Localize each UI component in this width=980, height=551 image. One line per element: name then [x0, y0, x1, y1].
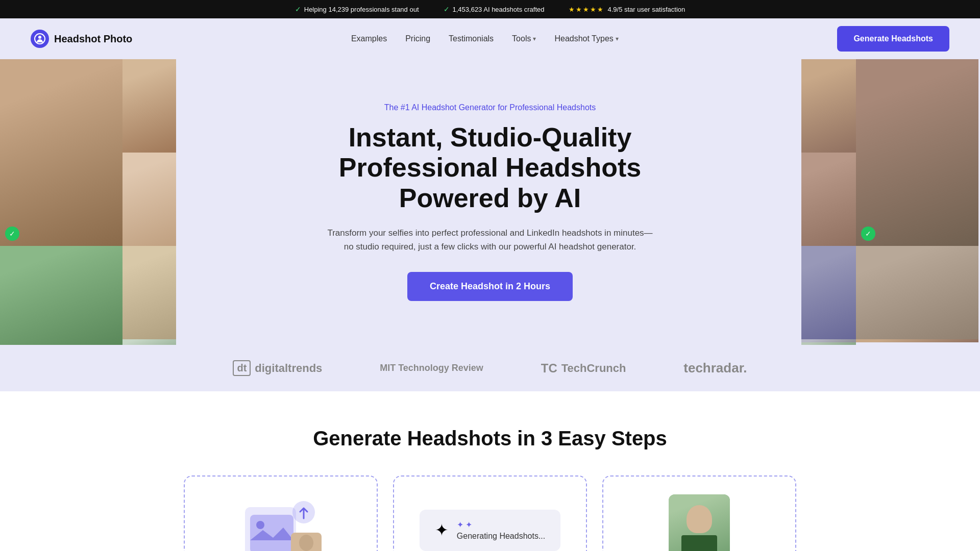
left-image-grid: ✓ [0, 59, 179, 345]
step-2-card: ✦ ✦ ✦ Generating Headshots... [393, 475, 587, 551]
step-1-card [184, 475, 378, 551]
hero-image-small-4 [122, 339, 176, 345]
banner-text-3: 4.9/5 star user satisfaction [607, 6, 685, 13]
hero-image-small-1 [122, 59, 176, 153]
hero-image-main-left: ✓ [0, 59, 122, 246]
step-3-card: ✓ [602, 475, 796, 551]
result-headshot: ✓ [669, 494, 730, 551]
svg-point-1 [38, 36, 41, 39]
generate-headshots-button[interactable]: Generate Headshots [837, 26, 949, 52]
star-rating: ★★★★★ [569, 6, 604, 13]
hero-image-small-r4 [856, 246, 978, 339]
hero-image-small-r6 [856, 339, 978, 342]
banner-item-3: ★★★★★ 4.9/5 star user satisfaction [569, 6, 685, 13]
sparkle-decoration: ✦ ✦ [457, 520, 472, 530]
verified-badge-left: ✓ [5, 227, 19, 241]
top-banner: ✓ Helping 14,239 professionals stand out… [0, 0, 980, 18]
navbar: Headshot Photo Examples Pricing Testimon… [0, 18, 980, 59]
hero-image-small-r2 [801, 153, 856, 246]
nav-tools[interactable]: Tools ▾ [512, 34, 536, 43]
steps-section: Generate Headshots in 3 Easy Steps [0, 391, 980, 551]
chevron-down-icon: ▾ [533, 35, 536, 42]
verified-badge-right: ✓ [861, 227, 875, 241]
digitaltrends-icon: dt [233, 360, 251, 376]
step-1-illustration [200, 492, 361, 551]
steps-grid: ✦ ✦ ✦ Generating Headshots... [184, 475, 796, 551]
nav-links: Examples Pricing Testimonials Tools ▾ He… [351, 34, 619, 43]
logo-techcrunch: TC TechCrunch [541, 361, 626, 375]
svg-point-4 [256, 521, 264, 529]
svg-point-7 [299, 535, 313, 551]
right-image-grid: ✓ [801, 59, 980, 345]
create-headshot-button[interactable]: Create Headshot in 2 Hours [407, 272, 573, 301]
banner-text-1: Helping 14,239 professionals stand out [304, 6, 419, 13]
logo-icon [31, 30, 49, 48]
hero-image-second-left [0, 246, 122, 345]
check-icon-2: ✓ [444, 5, 450, 13]
upload-illustration [235, 492, 327, 551]
logo[interactable]: Headshot Photo [31, 30, 132, 48]
steps-title: Generate Headshots in 3 Easy Steps [31, 427, 949, 450]
logo-text: Headshot Photo [54, 33, 132, 45]
step-2-illustration: ✦ ✦ ✦ Generating Headshots... [409, 492, 571, 551]
nav-pricing[interactable]: Pricing [405, 34, 430, 43]
hero-subtitle: The #1 AI Headshot Generator for Profess… [327, 103, 653, 112]
hero-content: The #1 AI Headshot Generator for Profess… [316, 72, 664, 332]
nav-headshot-types[interactable]: Headshot Types ▾ [554, 34, 618, 43]
sparkles-icon: ✦ [435, 520, 449, 540]
logos-bar: dt digitaltrends MIT Technology Review T… [0, 345, 980, 391]
banner-item-2: ✓ 1,453,623 AI headshots crafted [444, 5, 545, 13]
techcrunch-icon: TC [541, 361, 557, 375]
hero-image-small-2 [122, 153, 176, 246]
nav-testimonials[interactable]: Testimonials [449, 34, 494, 43]
banner-text-2: 1,453,623 AI headshots crafted [453, 6, 545, 13]
hero-image-small-r1 [801, 59, 856, 153]
hero-image-main-right: ✓ [856, 59, 978, 246]
processing-indicator: ✦ ✦ ✦ Generating Headshots... [420, 510, 560, 551]
hero-section: ✓ The #1 AI Headshot Generator for Profe… [0, 59, 980, 345]
nav-examples[interactable]: Examples [351, 34, 387, 43]
banner-item-1: ✓ Helping 14,239 professionals stand out [295, 5, 419, 13]
logo-techradar: techradar. [683, 360, 747, 376]
hero-image-small-3 [122, 246, 176, 339]
chevron-down-icon-2: ▾ [616, 35, 619, 42]
logo-digitaltrends: dt digitaltrends [233, 360, 322, 376]
hero-description: Transform your selfies into perfect prof… [327, 226, 653, 254]
step-3-illustration: ✓ [619, 492, 780, 551]
processing-text: Generating Headshots... [457, 532, 545, 541]
upload-svg [235, 492, 327, 551]
check-icon-1: ✓ [295, 5, 301, 13]
logo-mit-technology-review: MIT Technology Review [380, 362, 483, 374]
hero-title: Instant, Studio-Quality Professional Hea… [327, 122, 653, 214]
hero-image-small-r7 [801, 342, 856, 345]
hero-image-small-r3 [801, 246, 856, 339]
